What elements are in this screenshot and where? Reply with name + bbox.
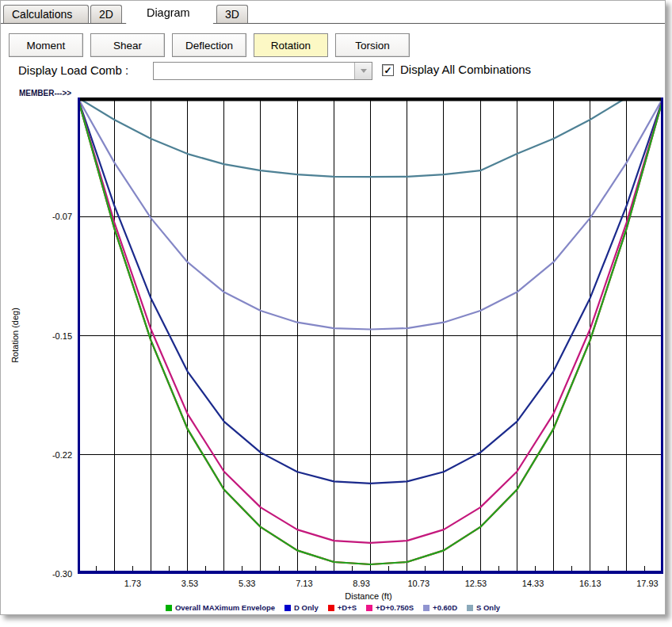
x-tick-label: 8.93 xyxy=(353,579,369,588)
x-tick-label: 5.33 xyxy=(239,579,255,588)
y-tick-label: -0.15 xyxy=(25,331,72,341)
y-tick-label: -0.30 xyxy=(25,569,72,579)
legend-item: +0.60D xyxy=(423,603,457,612)
legend-label: +D+S xyxy=(338,603,357,612)
display-all-combinations-checkbox[interactable]: ✓ xyxy=(382,64,394,76)
legend-item: D Only xyxy=(284,603,319,612)
legend-swatch-icon xyxy=(328,605,334,611)
legend-label: +D+0.750S xyxy=(376,603,414,612)
tab-diagram[interactable]: Diagram xyxy=(126,2,213,24)
rotation-diagram-plot xyxy=(78,97,663,574)
x-tick-label: 10.73 xyxy=(407,579,430,588)
legend-item: Overall MAXimum Envelope xyxy=(166,603,275,612)
tab-2d[interactable]: 2D xyxy=(90,5,122,23)
legend-swatch-icon xyxy=(366,605,372,611)
dropdown-arrow-button[interactable] xyxy=(354,63,372,79)
x-axis-title: Distance (ft) xyxy=(1,591,665,601)
legend-swatch-icon xyxy=(284,605,291,611)
diagram-type-toolbar: MomentShearDeflectionRotationTorsion xyxy=(9,33,410,57)
legend-label: Overall MAXimum Envelope xyxy=(175,603,275,612)
load-comb-row: Display Load Comb : ✓ Display All Combin… xyxy=(1,62,665,81)
legend-label: +0.60D xyxy=(433,603,457,612)
load-comb-dropdown[interactable] xyxy=(153,62,372,80)
legend-label: S Only xyxy=(476,603,500,612)
x-tick-label: 1.73 xyxy=(124,579,141,588)
chevron-down-icon xyxy=(361,69,367,73)
y-tick-label: -0.22 xyxy=(25,450,72,460)
y-axis-title: Rotation (deg) xyxy=(10,308,20,363)
chart-legend: Overall MAXimum EnvelopeD Only+D+S+D+0.7… xyxy=(1,603,665,612)
display-all-combinations-label: Display All Combinations xyxy=(400,63,531,76)
member-label: MEMBER--->> xyxy=(19,89,71,97)
deflection-button[interactable]: Deflection xyxy=(172,33,246,57)
shear-button[interactable]: Shear xyxy=(90,33,165,57)
legend-item: +D+S xyxy=(328,603,357,612)
legend-swatch-icon xyxy=(423,605,430,611)
legend-swatch-icon xyxy=(467,605,473,611)
check-icon: ✓ xyxy=(384,66,391,75)
load-comb-dropdown-value[interactable] xyxy=(154,63,354,79)
legend-item: S Only xyxy=(467,603,500,612)
legend-label: D Only xyxy=(294,603,319,612)
x-tick-label: 16.13 xyxy=(579,579,601,588)
x-tick-label: 17.93 xyxy=(636,579,659,588)
x-tick-label: 3.53 xyxy=(181,579,198,588)
legend-swatch-icon xyxy=(166,605,172,611)
torsion-button[interactable]: Torsion xyxy=(335,33,410,57)
legend-item: +D+0.750S xyxy=(366,603,414,612)
x-tick-label: 12.53 xyxy=(465,579,487,588)
tab-3d[interactable]: 3D xyxy=(216,5,248,23)
x-tick-label: 7.13 xyxy=(296,579,312,588)
x-tick-label: 14.33 xyxy=(522,579,544,588)
app-window: Calculations2DDiagram3D MomentShearDefle… xyxy=(0,0,666,615)
y-tick-label: -0.07 xyxy=(25,212,72,221)
tab-strip: Calculations2DDiagram3D xyxy=(1,1,665,24)
display-load-comb-label: Display Load Comb : xyxy=(18,63,128,77)
rotation-button[interactable]: Rotation xyxy=(254,33,328,57)
tab-calculations[interactable]: Calculations xyxy=(3,5,89,23)
moment-button[interactable]: Moment xyxy=(9,33,83,57)
